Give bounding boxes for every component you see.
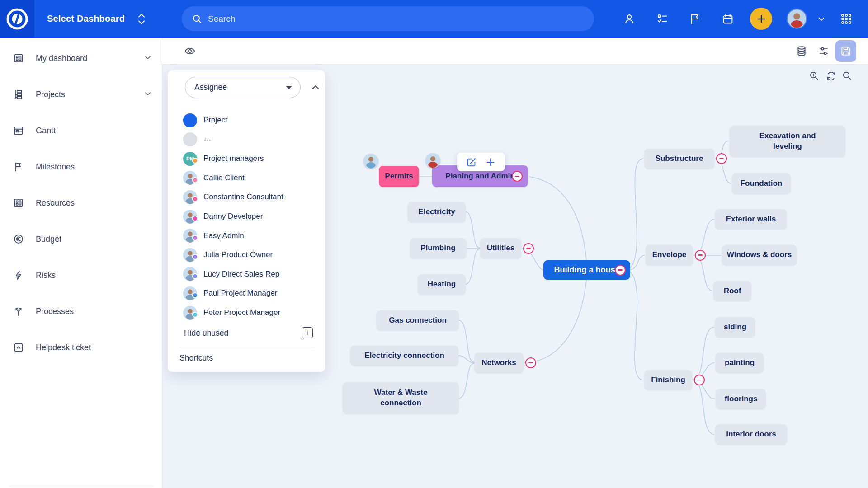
assignee-row-paul-project-manager[interactable]: Paul Project Manager [168, 284, 325, 302]
apps-grid-button[interactable] [835, 0, 857, 38]
assignee-row-callie-client[interactable]: Callie Client [168, 169, 325, 187]
mindmap-node-floorings[interactable]: floorings [716, 389, 766, 409]
panel-collapse-button[interactable] [308, 80, 323, 95]
search-bar[interactable] [182, 6, 594, 31]
sidebar-item-resources[interactable]: Resources [0, 190, 162, 216]
node-label: Plumbing [420, 243, 455, 253]
collapse-node-button[interactable] [695, 250, 706, 261]
sidebar-item-milestones[interactable]: Milestones [0, 154, 162, 179]
node-label: Permits [385, 171, 413, 182]
node-assignee-avatar[interactable] [425, 153, 440, 168]
resources-icon [13, 197, 24, 209]
settings-button[interactable] [813, 40, 834, 62]
user-icon-button[interactable] [618, 0, 640, 38]
mindmap-node-electricity[interactable]: Electricity [408, 202, 466, 222]
node-label: Water & Waste connection [374, 388, 428, 408]
mindmap-node-substructure[interactable]: Substructure [644, 149, 714, 169]
mindmap-node-plumbing[interactable]: Plumbing [410, 238, 466, 258]
mindmap-node-gas[interactable]: Gas connection [377, 310, 459, 330]
flag-icon [689, 13, 701, 25]
collapse-node-button[interactable] [523, 243, 534, 254]
node-label: Substructure [656, 154, 703, 164]
group-by-select[interactable]: Assignee [185, 77, 301, 98]
sidebar-item-my-dashboard[interactable]: My dashboard [0, 46, 162, 71]
sidebar-item-projects[interactable]: Projects [0, 82, 162, 107]
user-avatar[interactable] [788, 9, 806, 28]
chevron-up-icon [310, 82, 321, 93]
assignee-row-easy-admin[interactable]: Easy Admin [168, 227, 325, 245]
assignee-row-project-managers[interactable]: PMProject managers [168, 150, 325, 168]
assignee-row-peter-project-manager[interactable]: Peter Project Manager [168, 304, 325, 322]
mindmap-node-elecconn[interactable]: Electricity connection [350, 346, 458, 366]
mindmap-node-permits[interactable]: Permits [379, 166, 419, 187]
mindmap-node-heating[interactable]: Heating [418, 274, 466, 295]
mindmap-node-utilities[interactable]: Utilities [480, 238, 521, 258]
tasks-icon-button[interactable] [651, 0, 673, 38]
sidebar-item-risks[interactable]: Risks [0, 263, 162, 288]
node-label: Foundation [741, 178, 783, 189]
data-source-button[interactable] [791, 40, 812, 62]
mindmap-node-building[interactable]: Building a house [543, 260, 630, 280]
chevron-down-icon[interactable] [143, 53, 152, 64]
mindmap-node-finishing[interactable]: Finishing [644, 370, 692, 390]
refresh-icon [826, 70, 837, 82]
sidebar-item-label: Processes [36, 307, 74, 316]
node-label: Finishing [651, 375, 685, 385]
save-button[interactable] [835, 40, 856, 62]
collapse-node-button[interactable] [694, 375, 705, 385]
zoom-in-button[interactable] [806, 67, 823, 84]
collapse-node-button[interactable] [525, 357, 536, 368]
mindmap-node-water[interactable]: Water & Waste connection [343, 382, 459, 414]
dashboard-selector-label: Select Dashboard [47, 14, 125, 24]
assignee-row-project[interactable]: Project [168, 111, 325, 129]
create-button[interactable] [750, 8, 772, 30]
refresh-button[interactable] [822, 67, 840, 84]
mindmap-node-excavation[interactable]: Excavation and leveling [730, 126, 845, 157]
collapse-node-button[interactable] [512, 171, 523, 182]
status-dot [192, 292, 198, 298]
milestones-icon [13, 161, 24, 173]
avatar-menu-chevron[interactable] [811, 0, 832, 38]
mindmap-node-roof[interactable]: Roof [713, 281, 751, 301]
mindmap-node-foundation[interactable]: Foundation [732, 173, 791, 194]
mindmap-node-painting[interactable]: painting [716, 353, 764, 373]
search-input[interactable] [208, 14, 584, 24]
edit-node-icon[interactable] [466, 157, 477, 168]
mindmap-node-siding[interactable]: siding [715, 317, 755, 337]
mindmap-node-envelope[interactable]: Envelope [646, 245, 693, 265]
sidebar-item-helpdesk-ticket[interactable]: Helpdesk ticket [0, 335, 162, 360]
mindmap-node-interior[interactable]: Interior doors [715, 424, 787, 444]
node-label: Building a house [554, 264, 619, 275]
info-icon[interactable]: i [302, 327, 313, 338]
risks-icon [13, 269, 24, 281]
assignee-row--[interactable]: --- [168, 131, 325, 149]
color-swatch-avatar [183, 132, 197, 146]
assignee-label: Lucy Direct Sales Rep [203, 270, 279, 279]
sidebar-item-label: My dashboard [36, 54, 87, 63]
assignee-row-constantine-consultant[interactable]: Constantine Consultant [168, 188, 325, 206]
calendar-icon-button[interactable] [717, 0, 739, 38]
flag-icon-button[interactable] [684, 0, 706, 38]
visibility-button[interactable] [179, 40, 200, 62]
sidebar-item-gantt[interactable]: Gantt [0, 118, 162, 143]
database-icon [796, 45, 807, 57]
assignee-row-danny-developer[interactable]: Danny Developer [168, 207, 325, 225]
mindmap-node-windows[interactable]: Windows & doors [722, 245, 797, 265]
sidebar-item-processes[interactable]: Processes [0, 299, 162, 324]
add-node-icon[interactable] [485, 157, 496, 168]
assignee-row-julia-product-owner[interactable]: Julia Product Owner [168, 246, 325, 264]
dashboard-selector[interactable]: Select Dashboard [47, 0, 146, 38]
mindmap-node-networks[interactable]: Networks [474, 353, 524, 373]
zoom-out-button[interactable] [839, 67, 856, 84]
app-logo[interactable] [0, 0, 34, 38]
collapse-node-button[interactable] [716, 153, 727, 164]
node-label: Excavation and leveling [760, 131, 816, 152]
sidebar-item-budget[interactable]: Budget [0, 226, 162, 252]
chevron-down-icon[interactable] [143, 89, 152, 100]
mindmap-node-exterior[interactable]: Exterior walls [715, 209, 787, 229]
assignee-row-lucy-direct-sales-rep[interactable]: Lucy Direct Sales Rep [168, 265, 325, 283]
node-label: Interior doors [726, 429, 776, 440]
node-assignee-avatar[interactable] [363, 154, 378, 169]
shortcuts-link[interactable]: Shortcuts [179, 353, 213, 363]
collapse-node-button[interactable] [615, 265, 626, 276]
